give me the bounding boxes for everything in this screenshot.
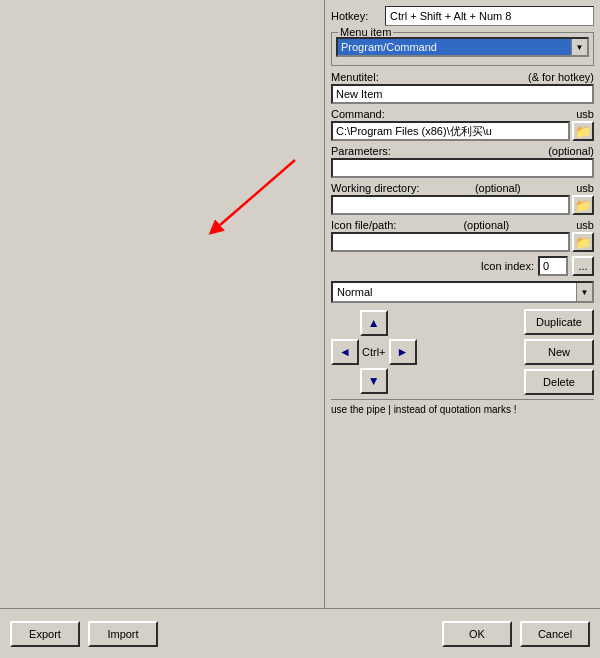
nav-down-button[interactable]: ▼	[360, 368, 388, 394]
icon-index-value: 0	[543, 260, 549, 272]
duplicate-button[interactable]: Duplicate	[524, 309, 594, 335]
hotkey-row: Hotkey: Ctrl + Shift + Alt + Num 8	[331, 6, 594, 26]
working-dir-folder-button[interactable]: 📁	[572, 195, 594, 215]
action-buttons: Duplicate New Delete	[524, 309, 594, 395]
menutitel-field: Menutitel: (& for hotkey) New Item	[331, 71, 594, 104]
ctrl-label: Ctrl+	[362, 346, 386, 358]
parameters-field: Parameters: (optional)	[331, 145, 594, 178]
ok-button[interactable]: OK	[442, 621, 512, 647]
hotkey-text: Ctrl + Shift + Alt + Num 8	[390, 10, 511, 22]
note-text: use the pipe | instead of quotation mark…	[331, 399, 594, 415]
menu-item-dropdown[interactable]: Program/Command ▼	[336, 37, 589, 57]
icon-index-row: Icon index: 0 ...	[331, 256, 594, 276]
nav-up-button[interactable]: ▲	[360, 310, 388, 336]
hotkey-label: Hotkey:	[331, 10, 379, 22]
command-value: C:\Program Files (x86)\优利买\u	[336, 124, 492, 139]
normal-dropdown-text: Normal	[333, 286, 576, 298]
hotkey-value-display: Ctrl + Shift + Alt + Num 8	[385, 6, 594, 26]
nav-right-button[interactable]: ►	[389, 339, 417, 365]
export-button[interactable]: Export	[10, 621, 80, 647]
icon-file-folder-button[interactable]: 📁	[572, 232, 594, 252]
cancel-button[interactable]: Cancel	[520, 621, 590, 647]
icon-file-field: Icon file/path: (optional) usb 📁	[331, 219, 594, 252]
menutitel-hint: (& for hotkey)	[528, 71, 594, 83]
command-folder-button[interactable]: 📁	[572, 121, 594, 141]
working-dir-hint: (optional)	[475, 182, 521, 194]
working-dir-field: Working directory: (optional) usb 📁	[331, 182, 594, 215]
menu-item-group: Menu item Program/Command ▼	[331, 32, 594, 66]
working-dir-input[interactable]	[331, 195, 570, 215]
menutitel-input[interactable]: New Item	[331, 84, 594, 104]
command-input[interactable]: C:\Program Files (x86)\优利买\u	[331, 121, 570, 141]
bottom-bar: Export Import OK Cancel	[0, 608, 600, 658]
import-button[interactable]: Import	[88, 621, 158, 647]
menu-item-dropdown-text: Program/Command	[338, 39, 571, 55]
bottom-bar-right: OK Cancel	[442, 621, 590, 647]
command-field: Command: usb C:\Program Files (x86)\优利买\…	[331, 108, 594, 141]
parameters-input[interactable]	[331, 158, 594, 178]
menutitel-label: Menutitel:	[331, 71, 379, 83]
nav-lr-row: ◄ Ctrl+ ►	[331, 339, 417, 365]
icon-file-label: Icon file/path:	[331, 219, 396, 231]
parameters-label: Parameters:	[331, 145, 391, 157]
left-panel	[0, 0, 325, 608]
new-button[interactable]: New	[524, 339, 594, 365]
command-usb: usb	[576, 108, 594, 120]
bottom-bar-left: Export Import	[10, 621, 158, 647]
icon-file-input[interactable]	[331, 232, 570, 252]
parameters-hint: (optional)	[548, 145, 594, 157]
working-dir-usb: usb	[576, 182, 594, 194]
icon-index-label: Icon index:	[481, 260, 534, 272]
icon-file-hint: (optional)	[463, 219, 509, 231]
dots-label: ...	[578, 260, 587, 272]
nav-vertical-buttons: ▲ ◄ Ctrl+ ► ▼	[331, 310, 417, 394]
nav-horizontal-row: ▲	[360, 310, 388, 336]
nav-left-button[interactable]: ◄	[331, 339, 359, 365]
icon-index-input[interactable]: 0	[538, 256, 568, 276]
working-dir-label: Working directory:	[331, 182, 419, 194]
nav-down-row: ▼	[360, 368, 388, 394]
delete-button[interactable]: Delete	[524, 369, 594, 395]
normal-dropdown-arrow[interactable]: ▼	[576, 283, 592, 301]
menu-item-dropdown-arrow[interactable]: ▼	[571, 39, 587, 55]
icon-index-dots-button[interactable]: ...	[572, 256, 594, 276]
right-panel: Hotkey: Ctrl + Shift + Alt + Num 8 Menu …	[325, 0, 600, 608]
menutitel-value: New Item	[336, 88, 382, 100]
icon-file-usb: usb	[576, 219, 594, 231]
nav-action-area: ▲ ◄ Ctrl+ ► ▼ Duplicate New Delete	[331, 309, 594, 395]
command-label: Command:	[331, 108, 385, 120]
normal-dropdown[interactable]: Normal ▼	[331, 281, 594, 303]
